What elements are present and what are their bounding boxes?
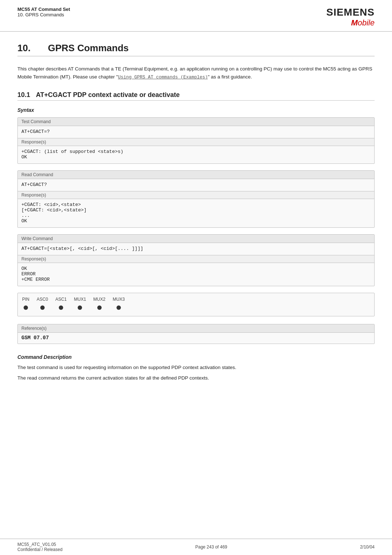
- pin-col-header-asc1: ASC1: [54, 296, 73, 303]
- intro-link[interactable]: Using GPRS AT commands (Examples): [118, 75, 208, 80]
- pin-dot-asc0: [36, 303, 54, 313]
- read-response-body: +CGACT: <cid>,<state> [+CGACT: <cid>,<st…: [18, 199, 374, 227]
- syntax-label: Syntax: [17, 107, 375, 113]
- siemens-logo: SIEMENS Mobile: [326, 7, 375, 28]
- reference-header: Reference(s): [18, 324, 374, 333]
- pin-dot-mux2: [93, 303, 112, 313]
- logo-siemens-text: SIEMENS: [326, 7, 375, 18]
- header-subtitle: 10. GPRS Commands: [17, 12, 70, 17]
- dot-asc1: [59, 305, 63, 310]
- main-content: 10. GPRS Commands This chapter describes…: [0, 32, 392, 407]
- test-response-ok: OK: [21, 154, 27, 160]
- pin-col-header-mux2: MUX2: [93, 296, 112, 303]
- dot-pin: [24, 305, 28, 310]
- test-response-line1: +CGACT: (list of supported <state>s): [21, 149, 123, 154]
- pin-col-header-mux1: MUX1: [73, 296, 93, 303]
- read-response-line1: +CGACT: <cid>,<state>: [21, 202, 81, 207]
- pin-table-container: PIN ASC0 ASC1 MUX1 MUX2 MUX3: [17, 293, 375, 316]
- logo-obile: obile: [358, 18, 375, 27]
- subsection-heading: 10.1 AT+CGACT PDP context activate or de…: [17, 91, 375, 101]
- read-response-header: Response(s): [18, 191, 374, 199]
- pin-table-data-row: [21, 303, 131, 313]
- pin-dot-mux1: [73, 303, 93, 313]
- write-command-box: Write Command AT+CGACT=[<state>[, <cid>[…: [17, 234, 375, 286]
- pin-col-header-asc0: ASC0: [36, 296, 54, 303]
- read-command-body: AT+CGACT?: [18, 179, 374, 191]
- read-response-ok: OK: [21, 218, 27, 224]
- write-response-cme: +CME ERROR: [21, 277, 50, 282]
- header-title: MC55 AT Command Set: [17, 7, 70, 12]
- subsection-title: AT+CGACT PDP context activate or deactiv…: [36, 91, 180, 99]
- test-response-header: Response(s): [18, 138, 374, 146]
- reference-box: Reference(s) GSM 07.07: [17, 324, 375, 344]
- header-left: MC55 AT Command Set 10. GPRS Commands: [17, 7, 70, 17]
- intro-text-after: " as a first guidance.: [208, 74, 252, 80]
- test-command-box: Test Command AT+CGACT=? Response(s) +CGA…: [17, 117, 375, 164]
- dot-mux1: [78, 305, 82, 310]
- pin-col-header-pin: PIN: [21, 296, 36, 303]
- section-heading: 10. GPRS Commands: [17, 42, 375, 56]
- subsection-number: 10.1: [17, 91, 30, 99]
- footer-left: MC55_ATC_V01.05 Confidential / Released: [17, 542, 62, 552]
- footer-confidential: Confidential / Released: [17, 547, 62, 552]
- write-response-header: Response(s): [18, 255, 374, 263]
- reference-value: GSM 07.07: [18, 333, 374, 344]
- pin-col-header-mux3: MUX3: [112, 296, 131, 303]
- pin-table-header-row: PIN ASC0 ASC1 MUX1 MUX2 MUX3: [21, 296, 131, 303]
- read-response-dots: ...: [21, 213, 30, 218]
- write-command-header: Write Command: [18, 235, 374, 243]
- test-response-body: +CGACT: (list of supported <state>s) OK: [18, 146, 374, 163]
- footer-doc-id: MC55_ATC_V01.05: [17, 542, 62, 547]
- footer-date: 2/10/04: [360, 544, 375, 550]
- pin-table: PIN ASC0 ASC1 MUX1 MUX2 MUX3: [21, 296, 131, 313]
- dot-mux2: [97, 305, 102, 310]
- logo-m-bold: M: [351, 18, 358, 27]
- section-number: 10.: [17, 42, 39, 54]
- pin-dot-mux3: [112, 303, 131, 313]
- read-response-line2: [+CGACT: <cid>,<state>]: [21, 207, 86, 213]
- write-command-body: AT+CGACT=[<state>[, <cid>[, <cid>[.... ]…: [18, 243, 374, 255]
- write-response-error: ERROR: [21, 271, 36, 277]
- dot-asc0: [40, 305, 45, 310]
- page-footer: MC55_ATC_V01.05 Confidential / Released …: [0, 539, 392, 555]
- test-command-header: Test Command: [18, 118, 374, 126]
- page-header: MC55 AT Command Set 10. GPRS Commands SI…: [0, 0, 392, 32]
- write-response-ok: OK: [21, 266, 27, 271]
- pin-dot-asc1: [54, 303, 73, 313]
- cmd-desc-para-2: The read command returns the current act…: [17, 374, 375, 382]
- section-title: GPRS Commands: [48, 42, 129, 54]
- cmd-description-label: Command Description: [17, 354, 375, 360]
- test-command-body: AT+CGACT=?: [18, 126, 374, 138]
- dot-mux3: [117, 305, 121, 310]
- read-command-header: Read Command: [18, 171, 374, 179]
- logo-mobile-text: Mobile: [326, 18, 375, 28]
- write-response-body: OK ERROR +CME ERROR: [18, 263, 374, 286]
- read-command-box: Read Command AT+CGACT? Response(s) +CGAC…: [17, 170, 375, 228]
- cmd-desc-para-1: The test command is used for requesting …: [17, 364, 375, 372]
- intro-paragraph: This chapter describes AT Commands that …: [17, 65, 375, 81]
- state-tag-1: <state>: [98, 149, 118, 154]
- footer-page: Page 243 of 469: [195, 544, 227, 550]
- pin-dot-pin: [21, 303, 36, 313]
